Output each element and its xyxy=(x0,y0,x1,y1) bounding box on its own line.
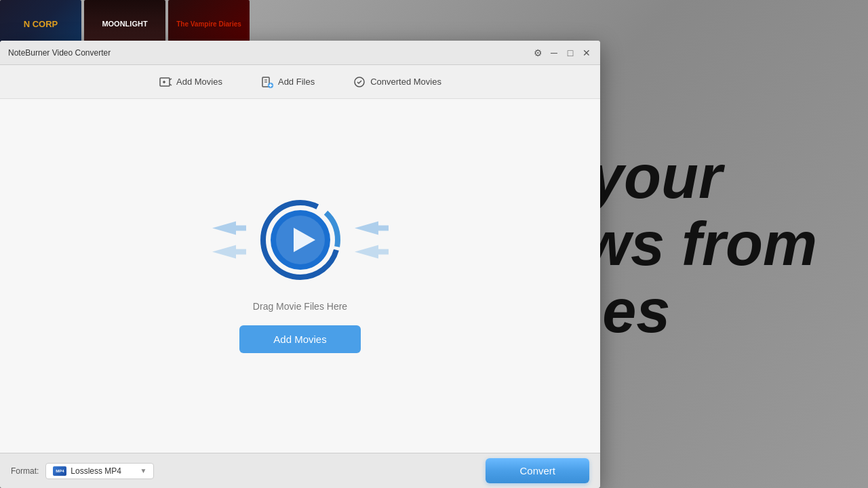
converted-movies-icon xyxy=(353,75,366,89)
app-window: NoteBurner Video Converter ⚙ ─ □ ✕ xyxy=(0,41,600,488)
main-content: Drag Movie Files Here Add Movies xyxy=(0,99,600,453)
convert-button[interactable]: Convert xyxy=(486,458,589,483)
svg-marker-13 xyxy=(212,245,246,258)
svg-marker-19 xyxy=(355,221,389,235)
title-bar-controls: ⚙ ─ □ ✕ xyxy=(532,47,592,58)
bottom-bar: Format: MP4 Lossless MP4 ▼ Convert xyxy=(0,453,600,488)
maximize-icon: □ xyxy=(568,47,573,58)
converted-movies-label: Converted Movies xyxy=(370,77,441,87)
format-label: Format: xyxy=(11,466,39,476)
close-button[interactable]: ✕ xyxy=(581,47,592,58)
close-icon: ✕ xyxy=(583,47,591,58)
left-arrows xyxy=(212,220,246,260)
right-arrows xyxy=(355,220,389,260)
arrow-top-right xyxy=(355,220,389,237)
minimize-icon: ─ xyxy=(551,47,557,58)
toolbar: Add Movies Add Files Converted Movies xyxy=(0,65,600,99)
minimize-button[interactable]: ─ xyxy=(549,47,559,58)
svg-marker-20 xyxy=(355,245,389,258)
format-mp4-icon: MP4 xyxy=(53,466,66,476)
add-movies-label: Add Movies xyxy=(176,77,222,87)
add-movies-button[interactable]: Add Movies xyxy=(239,325,360,353)
arrow-bottom-left xyxy=(212,243,246,260)
add-movies-tab[interactable]: Add Movies xyxy=(153,73,228,92)
converted-movies-tab[interactable]: Converted Movies xyxy=(347,73,447,92)
title-bar: NoteBurner Video Converter ⚙ ─ □ ✕ xyxy=(0,41,600,65)
gear-icon: ⚙ xyxy=(534,47,542,58)
app-title: NoteBurner Video Converter xyxy=(8,48,111,58)
play-circle-graphic xyxy=(260,199,341,281)
add-files-tab[interactable]: Add Files xyxy=(255,73,320,92)
arrow-bottom-right xyxy=(355,243,389,260)
converter-graphic xyxy=(212,199,389,281)
format-section: Format: MP4 Lossless MP4 ▼ xyxy=(11,463,154,479)
settings-button[interactable]: ⚙ xyxy=(532,47,543,58)
arrow-top-left xyxy=(212,220,246,237)
add-files-icon xyxy=(260,75,274,89)
drag-text: Drag Movie Files Here xyxy=(253,301,347,312)
add-files-label: Add Files xyxy=(278,77,315,87)
maximize-button[interactable]: □ xyxy=(565,47,576,58)
format-value: Lossless MP4 xyxy=(71,466,136,476)
title-bar-left: NoteBurner Video Converter xyxy=(8,48,111,58)
add-movies-icon xyxy=(159,75,172,89)
svg-marker-12 xyxy=(212,221,246,235)
chevron-down-icon: ▼ xyxy=(140,467,146,474)
format-select[interactable]: MP4 Lossless MP4 ▼ xyxy=(45,463,154,479)
